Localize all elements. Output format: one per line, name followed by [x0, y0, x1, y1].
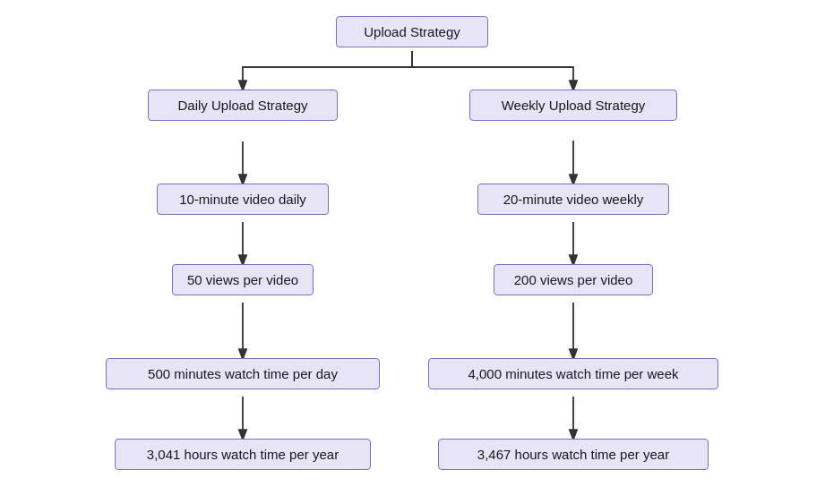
weekly-annual-node: 3,467 hours watch time per year [438, 439, 709, 470]
daily-watchtime-node: 500 minutes watch time per day [106, 358, 380, 389]
weekly-video-node: 20-minute video weekly [477, 184, 669, 215]
daily-strategy-node: Daily Upload Strategy [148, 90, 338, 121]
daily-video-node: 10-minute video daily [157, 184, 329, 215]
weekly-watchtime-node: 4,000 minutes watch time per week [428, 358, 718, 389]
weekly-views-node: 200 views per video [494, 264, 653, 295]
weekly-strategy-node: Weekly Upload Strategy [469, 90, 677, 121]
root-node: Upload Strategy [336, 16, 488, 47]
daily-annual-node: 3,041 hours watch time per year [115, 439, 371, 470]
daily-views-node: 50 views per video [172, 264, 314, 295]
diagram: Upload Strategy Daily Upload Strategy 10… [0, 0, 825, 504]
